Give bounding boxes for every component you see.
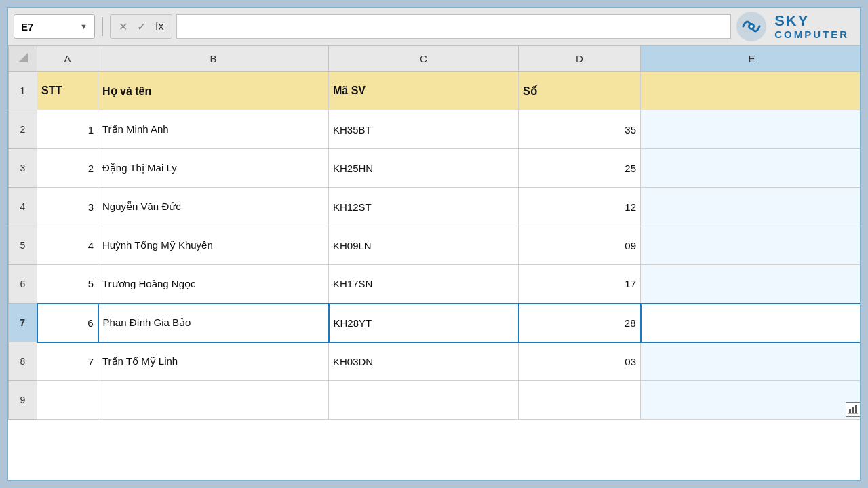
table-row: 32Đặng Thị Mai LyKH25HN25: [9, 149, 861, 188]
svg-rect-5: [852, 407, 854, 413]
cell-ref-dropdown-icon: ▼: [80, 22, 87, 30]
table-row: 43Nguyễn Văn ĐứcKH12ST12: [9, 188, 861, 226]
spreadsheet-table: A B C D E 1STTHọ và tênMã SVSố21Trần Min…: [8, 45, 860, 420]
cell-d8[interactable]: 03: [519, 342, 641, 381]
cell-a8[interactable]: 7: [37, 342, 98, 381]
cell-c7[interactable]: KH28YT: [329, 304, 519, 342]
col-header-d[interactable]: D: [519, 46, 641, 72]
fx-icon[interactable]: fx: [155, 20, 163, 33]
row-header-7[interactable]: 7: [9, 304, 37, 342]
row-header-6[interactable]: 6: [9, 265, 37, 304]
cell-a4[interactable]: 3: [37, 188, 98, 226]
table-row: 76Phan Đình Gia BảoKH28YT28: [9, 304, 861, 342]
cell-a6[interactable]: 5: [37, 265, 98, 304]
row-header-2[interactable]: 2: [9, 110, 37, 149]
cell-c3[interactable]: KH25HN: [329, 149, 519, 188]
cell-d1[interactable]: Số: [519, 72, 641, 110]
cell-e9[interactable]: [641, 381, 861, 420]
table-row: 54Huỳnh Tống Mỹ KhuyênKH09LN09: [9, 226, 861, 265]
cell-a3[interactable]: 2: [37, 149, 98, 188]
row-header-1[interactable]: 1: [9, 72, 37, 110]
row-header-8[interactable]: 8: [9, 342, 37, 381]
cell-d7[interactable]: 28: [519, 304, 641, 342]
col-header-e[interactable]: E: [641, 46, 861, 72]
cell-d3[interactable]: 25: [519, 149, 641, 188]
cell-b5[interactable]: Huỳnh Tống Mỹ Khuyên: [98, 226, 329, 265]
logo-sky-text: SKY: [774, 13, 849, 29]
cell-e4[interactable]: [641, 188, 861, 226]
cell-reference-text: E7: [21, 21, 33, 33]
cell-d6[interactable]: 17: [519, 265, 641, 304]
cell-b8[interactable]: Trần Tố Mỹ Linh: [98, 342, 329, 381]
svg-rect-4: [849, 409, 851, 413]
cell-e1[interactable]: [641, 72, 861, 110]
cell-c5[interactable]: KH09LN: [329, 226, 519, 265]
svg-rect-6: [855, 405, 857, 413]
cell-e2[interactable]: [641, 110, 861, 149]
cell-d9[interactable]: [519, 381, 641, 420]
cancel-icon[interactable]: ✕: [119, 20, 127, 33]
cell-e8[interactable]: [641, 342, 861, 381]
cell-c6[interactable]: KH17SN: [329, 265, 519, 304]
row-header-4[interactable]: 4: [9, 188, 37, 226]
col-header-a[interactable]: A: [37, 46, 98, 72]
cell-b3[interactable]: Đặng Thị Mai Ly: [98, 149, 329, 188]
col-header-c[interactable]: C: [329, 46, 519, 72]
sky-computer-logo-icon: [735, 10, 768, 43]
cell-c4[interactable]: KH12ST: [329, 188, 519, 226]
cell-a7[interactable]: 6: [37, 304, 98, 342]
cell-a1[interactable]: STT: [37, 72, 98, 110]
column-header-row: A B C D E: [9, 46, 861, 72]
grid-wrapper: A B C D E 1STTHọ và tênMã SVSố21Trần Min…: [8, 45, 860, 480]
cell-b9[interactable]: [98, 381, 329, 420]
row-header-3[interactable]: 3: [9, 149, 37, 188]
cell-e3[interactable]: [641, 149, 861, 188]
cell-b6[interactable]: Trương Hoàng Ngọc: [98, 265, 329, 304]
svg-marker-3: [18, 53, 28, 62]
corner-header: [9, 46, 37, 72]
cell-b2[interactable]: Trần Minh Anh: [98, 110, 329, 149]
logo-area: SKY COMPUTER: [735, 10, 854, 43]
table-row: 87Trần Tố Mỹ LinhKH03DN03: [9, 342, 861, 381]
confirm-icon[interactable]: ✓: [137, 20, 146, 33]
cell-d2[interactable]: 35: [519, 110, 641, 149]
cell-b7[interactable]: Phan Đình Gia Bảo: [98, 304, 329, 342]
spreadsheet-app: E7 ▼ ✕ ✓ fx SKY COMPUTER: [7, 7, 861, 481]
cell-c8[interactable]: KH03DN: [329, 342, 519, 381]
col-header-b[interactable]: B: [98, 46, 329, 72]
cell-c2[interactable]: KH35BT: [329, 110, 519, 149]
cell-e7[interactable]: [641, 304, 861, 342]
cell-e6[interactable]: [641, 265, 861, 304]
quick-analysis-icon[interactable]: [846, 402, 860, 417]
formula-bar: E7 ▼ ✕ ✓ fx SKY COMPUTER: [8, 8, 860, 45]
table-row: 65Trương Hoàng NgọcKH17SN17: [9, 265, 861, 304]
cell-c1[interactable]: Mã SV: [329, 72, 519, 110]
cell-reference-box[interactable]: E7 ▼: [14, 14, 95, 39]
logo-computer-text: COMPUTER: [774, 29, 849, 41]
cell-e5[interactable]: [641, 226, 861, 265]
formula-input[interactable]: [176, 14, 731, 39]
cell-a2[interactable]: 1: [37, 110, 98, 149]
cell-d5[interactable]: 09: [519, 226, 641, 265]
table-row: 21Trần Minh AnhKH35BT35: [9, 110, 861, 149]
table-row: 1STTHọ và tênMã SVSố: [9, 72, 861, 110]
logo-text: SKY COMPUTER: [774, 13, 849, 41]
cell-d4[interactable]: 12: [519, 188, 641, 226]
cell-a9[interactable]: [37, 381, 98, 420]
cell-b4[interactable]: Nguyễn Văn Đức: [98, 188, 329, 226]
svg-point-2: [750, 25, 753, 28]
table-row: 9: [9, 381, 861, 420]
formula-bar-divider: [102, 17, 103, 36]
row-header-9[interactable]: 9: [9, 381, 37, 420]
cell-a5[interactable]: 4: [37, 226, 98, 265]
row-header-5[interactable]: 5: [9, 226, 37, 265]
formula-action-buttons: ✕ ✓ fx: [110, 14, 172, 39]
cell-b1[interactable]: Họ và tên: [98, 72, 329, 110]
cell-c9[interactable]: [329, 381, 519, 420]
